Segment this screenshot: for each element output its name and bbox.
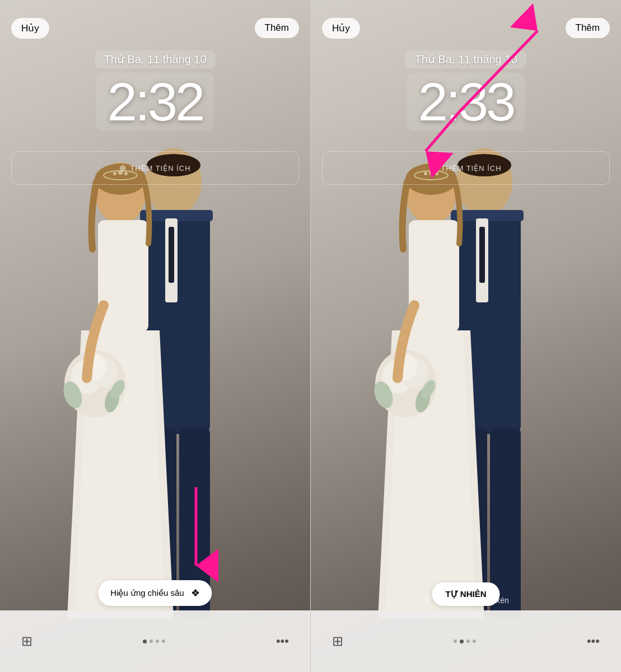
left-widget-plus: ⊕	[119, 163, 127, 173]
right-more-icon: •••	[587, 634, 600, 648]
rdot-2	[460, 640, 464, 643]
right-more-button[interactable]: •••	[582, 629, 604, 653]
right-cancel-button[interactable]: Hủy	[322, 18, 360, 39]
rdot-3	[466, 640, 470, 643]
right-add-button[interactable]: Thêm	[566, 18, 610, 38]
rdot-4	[473, 640, 476, 643]
rdot-1	[454, 640, 457, 643]
right-natural-pill[interactable]: TỰ NHIÊN	[432, 582, 500, 606]
right-crop-icon: ⊡	[423, 596, 429, 605]
dot-3	[156, 640, 159, 643]
right-date: Thứ Ba, 11 tháng 10	[405, 50, 526, 68]
left-gallery-button[interactable]: ⊞	[17, 629, 37, 654]
right-widget-area[interactable]: ⊕ THÊM TIỆN ÍCH	[322, 151, 610, 185]
left-cancel-button[interactable]: Hủy	[11, 18, 49, 39]
dot-1	[143, 640, 147, 643]
left-date: Thứ Ba, 11 tháng 10	[95, 50, 215, 68]
right-top-bar: Hủy Thêm	[311, 0, 621, 45]
right-gallery-icon: ⊞	[332, 633, 343, 648]
left-bottom-bar: ⊞ •••	[0, 610, 310, 672]
right-date-container: Thứ Ba, 11 tháng 10	[311, 50, 621, 68]
left-add-button[interactable]: Thêm	[255, 18, 299, 38]
right-bottom-bar: ⊞ •••	[311, 610, 621, 672]
left-depth-icon: ❖	[191, 587, 200, 599]
left-more-icon: •••	[276, 634, 289, 648]
left-top-bar: Hủy Thêm	[0, 0, 310, 45]
couple-illustration-left	[0, 115, 310, 619]
left-widget-label: THÊM TIỆN ÍCH	[130, 164, 190, 172]
svg-rect-4	[169, 227, 174, 283]
left-dot-indicators	[143, 640, 165, 643]
left-time: 2:32	[96, 73, 214, 131]
left-depth-effect-pill[interactable]: Hiệu ứng chiều sâu ❖	[98, 580, 212, 606]
svg-rect-28	[479, 227, 485, 283]
couple-illustration-right	[311, 115, 621, 619]
left-clock-container: 2:32	[0, 73, 310, 131]
right-time: 2:33	[407, 73, 525, 131]
left-depth-effect-label: Hiệu ứng chiều sâu	[110, 588, 184, 598]
dot-2	[150, 640, 153, 643]
right-gallery-button[interactable]: ⊞	[328, 629, 348, 654]
left-gallery-icon: ⊞	[21, 633, 32, 648]
left-date-container: Thứ Ba, 11 tháng 10	[0, 50, 310, 68]
svg-rect-33	[409, 220, 459, 332]
left-more-button[interactable]: •••	[272, 629, 293, 653]
svg-rect-9	[98, 220, 148, 332]
dot-4	[162, 640, 165, 643]
right-widget-plus: ⊕	[430, 163, 437, 173]
right-widget-label: THÊM TIỆN ÍCH	[441, 164, 501, 172]
left-widget-area[interactable]: ⊕ THÊM TIỆN ÍCH	[11, 151, 299, 185]
right-clock-container: 2:33	[311, 73, 621, 131]
right-natural-label: TỰ NHIÊN	[446, 589, 487, 599]
right-dot-indicators	[454, 640, 476, 643]
